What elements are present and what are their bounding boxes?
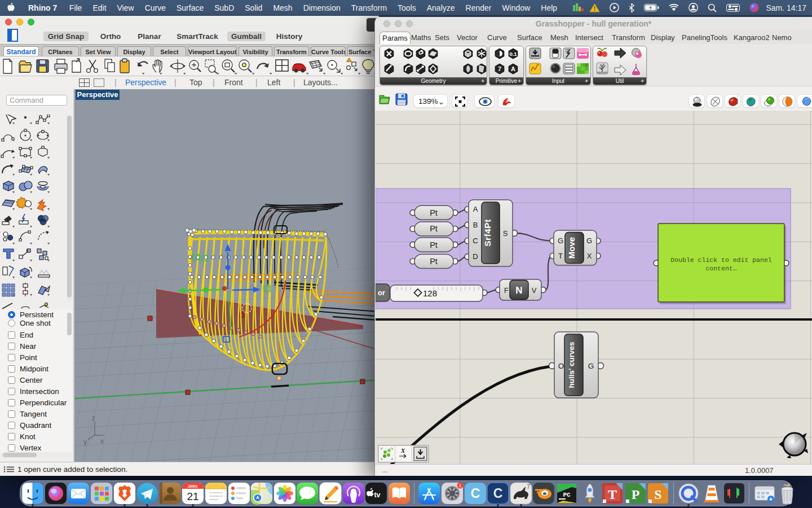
svg-text:A: A bbox=[473, 205, 478, 213]
svg-text:7: 7 bbox=[498, 65, 501, 72]
svg-text:G: G bbox=[586, 237, 592, 245]
svg-text:x: x bbox=[100, 437, 104, 445]
svg-text:D: D bbox=[473, 252, 478, 261]
svg-text:G: G bbox=[558, 237, 563, 245]
svg-text:21: 21 bbox=[187, 491, 199, 502]
svg-text:S: S bbox=[503, 229, 508, 238]
svg-text:G: G bbox=[588, 362, 594, 370]
svg-text:1: 1 bbox=[459, 483, 462, 488]
svg-text:Move: Move bbox=[567, 237, 576, 259]
svg-text:Pt: Pt bbox=[430, 257, 438, 266]
svg-text:tv: tv bbox=[374, 491, 381, 499]
svg-text:hulls' curves: hulls' curves bbox=[567, 342, 576, 388]
svg-text:JANV.: JANV. bbox=[188, 484, 198, 488]
svg-text:F: F bbox=[504, 286, 509, 295]
svg-text:Double click to edit panel: Double click to edit panel bbox=[670, 256, 772, 264]
svg-text:X: X bbox=[400, 447, 405, 454]
svg-text:V: V bbox=[532, 286, 537, 295]
svg-text:A: A bbox=[511, 65, 515, 72]
svg-text:0.1: 0.1 bbox=[509, 51, 517, 57]
svg-text:PC: PC bbox=[563, 492, 571, 498]
svg-text:Pt: Pt bbox=[430, 224, 438, 233]
svg-text:T: T bbox=[558, 252, 563, 260]
svg-text:C: C bbox=[470, 486, 480, 501]
svg-text:Srf4Pt: Srf4Pt bbox=[483, 219, 492, 247]
svg-text:z: z bbox=[92, 414, 95, 422]
svg-text:y: y bbox=[83, 438, 87, 446]
svg-text:or: or bbox=[378, 288, 385, 297]
svg-text:T: T bbox=[608, 487, 617, 502]
svg-text:P: P bbox=[631, 487, 639, 502]
svg-text:content…: content… bbox=[705, 265, 736, 272]
svg-text:S: S bbox=[655, 487, 662, 502]
svg-text:C: C bbox=[473, 237, 478, 245]
svg-text:Pt: Pt bbox=[430, 208, 438, 217]
svg-text:B: B bbox=[473, 221, 478, 229]
svg-text:128: 128 bbox=[423, 288, 437, 298]
svg-text:!: ! bbox=[594, 6, 595, 12]
svg-text:N: N bbox=[515, 285, 522, 296]
svg-text:7: 7 bbox=[527, 484, 530, 490]
svg-text:X: X bbox=[587, 252, 592, 260]
svg-text:C: C bbox=[493, 486, 503, 501]
svg-text:O: O bbox=[558, 362, 564, 370]
svg-text:Pt: Pt bbox=[430, 240, 438, 249]
